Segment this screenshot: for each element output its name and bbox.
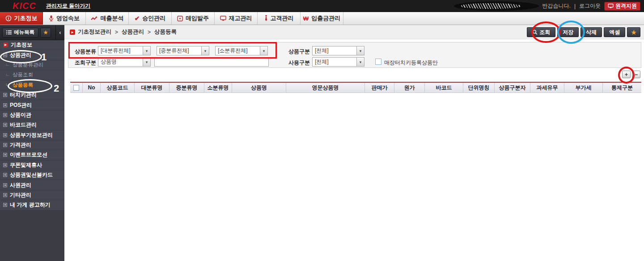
sidebar-item-label: 사원관리 [10,181,31,189]
column-header: 상품구분자 [495,83,530,93]
sidebar-item-product-category-mgmt[interactable]: ㄴ 상품분류관리 [0,60,64,70]
remove-row-button[interactable]: − [632,71,640,78]
query-type-select[interactable]: 상품명 ▾ [98,57,151,67]
logout-link[interactable]: 로그아웃 [579,2,601,10]
product-type-filter-label: 상품구분 [288,48,310,55]
touchkey-only-checkbox[interactable] [375,59,381,65]
select-all-cell [70,83,83,93]
tab-sales-analysis[interactable]: 매출분석 [86,12,129,25]
sidebar-item-label: 가격관리 [10,141,31,149]
greeting-text: 반갑습니다. [542,2,571,10]
sidebar-menu: ▶ 기초정보 − 상품관리 ㄴ 상품분류관리 ㄴ 상품조회 ㄴ 상품등록 + 터… [0,40,64,210]
sidebar-item-label: 내 가게 광고하기 [10,201,51,209]
sidebar-item-giftcard-prepaid[interactable]: + 상품권및선불카드 [0,170,64,180]
tab-basic-info[interactable]: 기초정보 [0,12,43,25]
favorite-button[interactable]: ★ [627,27,640,37]
mid-category-select[interactable]: [중분류전체] ▾ [157,46,209,55]
sidebar-item-price-mgmt[interactable]: + 가격관리 [0,140,64,150]
tab-label: 매입발주 [186,14,209,22]
sidebar-item-product-transfer[interactable]: + 상품이관 [0,110,64,120]
red-box-icon: ▶ [3,42,8,47]
trend-up-icon [91,16,98,21]
sidebar-item-label: 상품권및선불카드 [10,171,53,179]
back-to-admin-link[interactable]: 관리자로 돌아가기 [46,2,90,10]
use-type-select[interactable]: [전체] ▾ [312,57,364,67]
sidebar-collapse-button[interactable]: ‹ [55,25,64,40]
sidebar-item-barcode-mgmt[interactable]: + 바코드관리 [0,120,64,130]
column-header: No [83,83,101,93]
column-header: 부가세 [564,83,603,93]
small-category-select[interactable]: [소분류전체] ▾ [215,46,268,55]
sidebar-item-employee-mgmt[interactable]: + 사원관리 [0,180,64,190]
delete-button[interactable]: 삭제 [580,27,602,37]
query-text-input[interactable] [154,57,269,67]
tab-approval[interactable]: ✔ 승인관리 [129,12,172,25]
touchkey-only-label: 매장터치키등록상품만 [384,59,438,67]
star-icon: ★ [43,29,48,36]
tab-label: 승인관리 [142,14,165,22]
breadcrumb-item: 상품관리 [122,28,144,36]
sidebar-item-label: 상품관리 [10,51,31,59]
add-row-button[interactable]: + [622,71,631,78]
won-icon: ₩ [303,15,309,22]
category-filter-label: 상품분류 [75,48,96,55]
tree-branch-mark: ㄴ [5,62,10,68]
tab-label: 입출금관리 [311,14,340,22]
main-content: ▶ 기초정보관리 > 상품관리 > 상품등록 조회 저장 삭제 엑셀 [64,25,644,261]
sidebar-item-advertise-my-store[interactable]: + 내 가게 광고하기 [0,200,64,210]
sidebar-favorite-button[interactable]: ★ [40,28,51,38]
info-icon [5,15,12,21]
select-all-checkbox[interactable] [73,85,79,91]
sidebar-item-product-extra-info[interactable]: + 상품부가정보관리 [0,130,64,140]
document-icon [177,16,183,21]
sidebar-item-product-mgmt[interactable]: − 상품관리 [0,50,64,60]
chevron-down-icon: ▾ [201,46,209,55]
sidebar-item-label: 기초정보 [11,41,32,49]
product-type-select[interactable]: [전체] ▾ [312,46,364,55]
column-header: 단위명칭 [463,83,495,93]
delete-label: 삭제 [586,29,597,36]
expand-box-icon: + [3,133,7,137]
excel-button[interactable]: 엑셀 [604,27,625,37]
sidebar-item-pos-mgmt[interactable]: + POS관리 [0,100,64,110]
chevron-down-icon: ▾ [143,46,150,55]
expand-box-icon: + [3,143,7,147]
tab-label: 매출분석 [101,14,124,22]
menu-list-label: 메뉴목록 [14,29,34,36]
tab-sales-news[interactable]: 영업속보 [43,12,86,25]
search-button[interactable]: 조회 [527,27,555,37]
sidebar-item-label: 상품등록 [13,82,33,88]
necktie-icon [264,15,268,21]
filter-panel: 상품분류 [대분류전체] ▾ [중분류전체] ▾ [소분류전체] ▾ 상품구분 … [68,42,641,68]
menu-list-button[interactable]: 메뉴목록 [2,28,38,38]
tab-cash-flow[interactable]: ₩ 입출금관리 [301,12,343,25]
tree-branch-mark: ㄴ [5,72,10,78]
save-button[interactable]: 저장 [557,27,579,37]
remote-support-button[interactable]: 원격지원 [604,2,640,11]
use-type-filter-label: 사용구분 [288,59,310,67]
sidebar-item-product-search[interactable]: ㄴ 상품조회 [0,70,64,80]
sidebar-item-event-promotion[interactable]: + 이벤트프로모션 [0,150,64,160]
sidebar-item-coupon-partner[interactable]: + 쿠폰및제휴사 [0,160,64,170]
sidebar-item-product-register[interactable]: ㄴ 상품등록 [0,80,64,90]
large-category-select[interactable]: [대분류전체] ▾ [98,46,151,55]
breadcrumb-separator: > [115,29,118,35]
sidebar-item-touchkey-mgmt[interactable]: + 터치키관리 [0,90,64,100]
sidebar-item-label: 상품분류관리 [13,62,43,68]
sidebar-item-etc-mgmt[interactable]: + 기타관리 [0,190,64,200]
search-icon [532,29,538,35]
tab-inventory[interactable]: 재고관리 [215,12,258,25]
star-icon: ★ [631,29,636,36]
tab-purchase-order[interactable]: 매입발주 [172,12,215,25]
mic-icon [49,15,54,21]
sidebar-item-basic-info[interactable]: ▶ 기초정보 [0,40,64,50]
column-header: 상품명 [232,83,286,93]
column-header: 과세유무 [530,83,564,93]
column-header: 소분류명 [204,83,232,93]
column-header: 영문상품명 [286,83,365,93]
column-header: 통제구분 [603,83,641,93]
search-label: 조회 [539,29,550,36]
monitor-icon [608,4,614,8]
tab-customer[interactable]: 고객관리 [258,12,301,25]
expand-box-icon: + [3,193,7,197]
